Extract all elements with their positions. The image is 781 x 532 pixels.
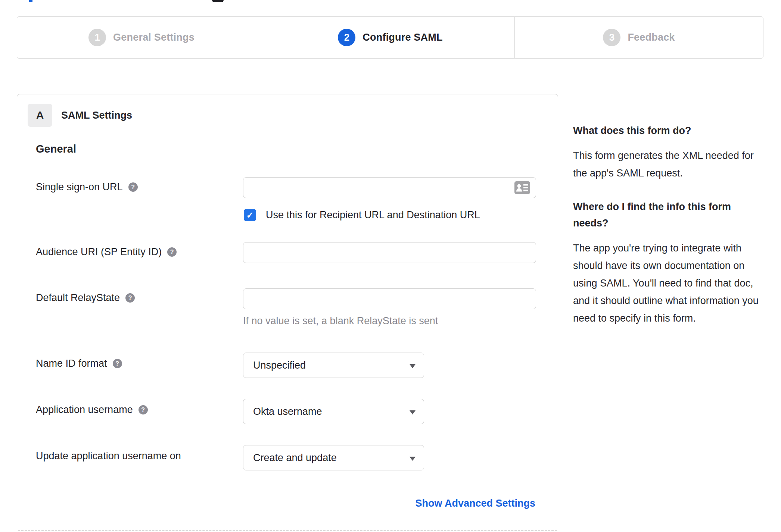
update-username-select-value: Create and update (253, 452, 337, 464)
relaystate-hint: If no value is set, a blank RelayState i… (243, 315, 438, 327)
audience-uri-label-row: Audience URI (SP Entity ID) ? (36, 246, 177, 258)
configure-saml-page: { "stepper": { "steps": [ { "number": "1… (0, 0, 781, 532)
audience-uri-label: Audience URI (SP Entity ID) (36, 246, 162, 258)
nameid-select[interactable]: Unspecified (243, 353, 424, 378)
help-sidebar: What does this form do? This form genera… (573, 122, 766, 327)
sso-url-help-icon[interactable]: ? (128, 182, 138, 192)
recipient-url-checkbox-label[interactable]: Use this for Recipient URL and Destinati… (266, 209, 480, 221)
sso-url-label-row: Single sign-on URL ? (36, 181, 138, 193)
nameid-select-value: Unspecified (253, 360, 306, 371)
audience-uri-input[interactable] (243, 242, 536, 263)
update-username-select[interactable]: Create and update (243, 445, 424, 470)
update-username-label-row: Update application username on (36, 450, 181, 462)
help-answer-1: This form generates the XML needed for t… (573, 147, 766, 182)
saml-settings-panel: A SAML Settings General Single sign-on U… (17, 94, 558, 532)
nameid-label: Name ID format (36, 358, 107, 369)
relaystate-input-wrap (243, 288, 536, 309)
app-username-help-icon[interactable]: ? (139, 405, 148, 414)
sso-url-input[interactable] (243, 177, 536, 198)
sso-checkbox-row: ✓ Use this for Recipient URL and Destina… (244, 209, 480, 221)
show-advanced-settings-link[interactable]: Show Advanced Settings (415, 498, 535, 509)
section-a-badge: A (28, 104, 52, 127)
step-1-label: General Settings (113, 32, 195, 43)
update-username-label: Update application username on (36, 450, 181, 462)
audience-uri-help-icon[interactable]: ? (167, 247, 177, 257)
section-dashed-divider (18, 530, 557, 531)
relaystate-help-icon[interactable]: ? (125, 293, 135, 303)
nameid-caret-down-icon (410, 364, 416, 368)
step-feedback[interactable]: 3 Feedback (514, 17, 763, 58)
nameid-help-icon[interactable]: ? (113, 359, 122, 368)
app-username-caret-down-icon (410, 410, 416, 414)
nameid-label-row: Name ID format ? (36, 358, 122, 369)
sso-url-input-wrap (243, 177, 536, 198)
audience-uri-input-wrap (243, 242, 536, 263)
header-remnant-accent (29, 0, 32, 2)
step-general-settings[interactable]: 1 General Settings (17, 17, 266, 58)
help-question-1: What does this form do? (573, 122, 766, 139)
app-username-label-row: Application username ? (36, 404, 148, 416)
step-3-label: Feedback (628, 32, 675, 43)
relaystate-label: Default RelayState (36, 292, 120, 304)
header-remnant-logo (212, 0, 224, 2)
step-1-circle: 1 (88, 29, 106, 46)
relaystate-label-row: Default RelayState ? (36, 292, 135, 304)
wizard-stepper: 1 General Settings 2 Configure SAML 3 Fe… (17, 16, 763, 59)
update-username-caret-down-icon (410, 457, 416, 461)
step-2-circle: 2 (338, 29, 355, 46)
step-3-circle: 3 (603, 29, 620, 46)
sso-url-label: Single sign-on URL (36, 181, 123, 193)
step-configure-saml[interactable]: 2 Configure SAML (266, 17, 514, 58)
help-question-2: Where do I find the info this form needs… (573, 198, 766, 231)
section-title: SAML Settings (61, 110, 132, 121)
step-2-label: Configure SAML (363, 32, 442, 43)
app-username-label: Application username (36, 404, 133, 416)
relaystate-input[interactable] (243, 288, 536, 309)
help-answer-2: The app you're trying to integrate with … (573, 240, 766, 327)
app-username-select-value: Okta username (253, 406, 322, 417)
recipient-url-checkbox[interactable]: ✓ (244, 209, 256, 221)
general-heading: General (36, 143, 76, 155)
app-username-select[interactable]: Okta username (243, 399, 424, 424)
